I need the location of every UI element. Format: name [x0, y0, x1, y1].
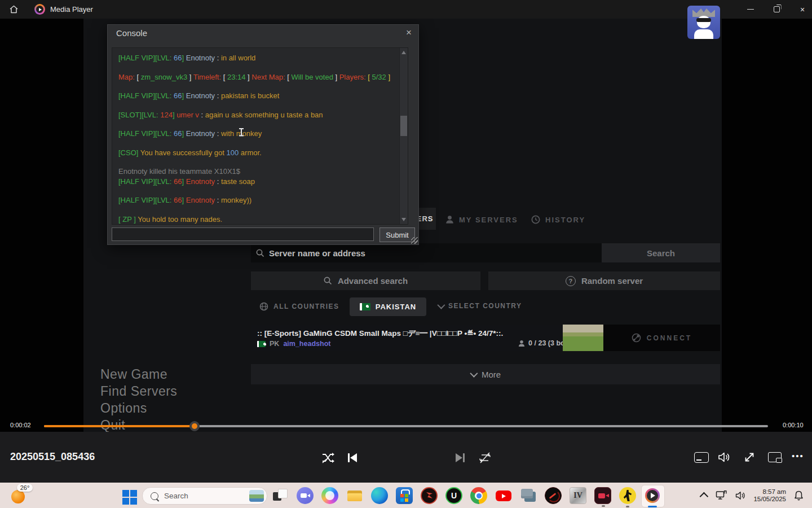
console-segment: [HALF VIP][LVL:	[118, 177, 174, 186]
clock[interactable]: 8:57 am 15/05/2025	[753, 488, 786, 503]
console-segment: :	[215, 91, 221, 100]
taskbar-icon-counter-strike[interactable]	[619, 487, 636, 504]
advanced-search-button[interactable]: Advanced search	[251, 271, 480, 290]
country-chip-pakistan[interactable]: PAKISTAN	[350, 297, 426, 316]
console-scrollbar[interactable]	[399, 48, 408, 224]
taskbar-icon-microsoft-store[interactable]	[396, 487, 413, 504]
console-segment: [CSO]	[118, 148, 140, 157]
close-button[interactable]: ×	[791, 0, 812, 19]
tray-overflow-chevron-icon[interactable]	[700, 492, 709, 501]
all-countries-filter[interactable]: ALL COUNTRIES	[259, 302, 339, 311]
next-track-button[interactable]	[453, 450, 467, 465]
iobit-uninstaller-glyph: U	[451, 491, 457, 500]
running-app-indicator	[602, 505, 605, 507]
console-segment: ]	[246, 73, 252, 81]
taskbar-icon-gta-iv[interactable]: IV	[570, 487, 586, 504]
restore-button[interactable]	[765, 0, 788, 19]
media-player-logo-icon	[34, 4, 45, 15]
console-segment: [SLOT][LVL:	[118, 111, 160, 119]
server-search-button[interactable]: Search	[602, 243, 720, 262]
server-name: :: [E-Sports] GaMinG CSDM Small Maps □デ≡…	[257, 329, 503, 339]
seek-bar-fill	[44, 425, 195, 427]
scroll-up-icon[interactable]	[401, 51, 406, 54]
person-icon	[518, 340, 525, 347]
fullscreen-button[interactable]	[743, 451, 756, 463]
taskbar-icon-iobit-uninstaller[interactable]: U	[445, 487, 462, 504]
taskbar-icon-copilot[interactable]	[321, 487, 338, 504]
taskbar-icon-youtube[interactable]	[495, 487, 512, 504]
console-segment: Players:	[339, 73, 368, 81]
console-segment: [HALF VIP][LVL:	[118, 196, 174, 204]
console-close-icon[interactable]: ×	[406, 27, 412, 38]
seek-bar[interactable]	[44, 425, 768, 427]
console-segment: 23:14	[227, 73, 246, 81]
cs-menu-item-new-game[interactable]: New Game	[100, 366, 177, 383]
console-segment: Enotnoty	[186, 91, 215, 100]
console-submit-button[interactable]: Submit	[379, 227, 415, 242]
console-input[interactable]	[112, 227, 374, 241]
media-filename: 20250515_085436	[10, 451, 95, 463]
network-icon[interactable]	[716, 490, 727, 501]
search-highlight-image[interactable]	[249, 490, 264, 502]
avatar-sunglasses	[696, 18, 711, 22]
console-line: [HALF VIP][LVL: 66] Enotnoty : in all wo…	[118, 53, 404, 63]
console-segment: armor.	[239, 148, 261, 157]
notifications-bell-icon[interactable]	[793, 490, 804, 501]
clock-icon	[531, 215, 540, 224]
tab-my-servers[interactable]: MY SERVERS	[445, 215, 518, 224]
console-segment: :	[215, 129, 221, 138]
tray-volume-icon[interactable]	[735, 490, 746, 501]
cs-menu-item-options[interactable]: Options	[100, 400, 177, 417]
server-search-field[interactable]: Server name or address	[251, 243, 602, 262]
resize-grip[interactable]	[411, 237, 418, 244]
minimize-button[interactable]	[739, 0, 762, 19]
previous-track-button[interactable]	[345, 450, 360, 465]
shuffle-off-button[interactable]	[320, 450, 336, 465]
taskbar-icon-task-view[interactable]	[272, 487, 289, 504]
server-row[interactable]: :: [E-Sports] GaMinG CSDM Small Maps □デ≡…	[251, 325, 720, 351]
cs-menu-item-find-servers[interactable]: Find Servers	[100, 383, 177, 400]
random-server-button[interactable]: ? Random server	[488, 271, 720, 290]
console-segment: ]	[386, 73, 390, 81]
console-line: [CSO] You have successfully got 100 armo…	[118, 148, 404, 157]
start-button[interactable]	[122, 490, 137, 505]
taskbar-icon-chat[interactable]	[297, 487, 314, 504]
avatar-body	[694, 29, 713, 39]
taskbar-search[interactable]: Search	[142, 487, 267, 505]
captions-button[interactable]	[694, 452, 709, 463]
console-segment: in all world	[221, 54, 255, 62]
taskbar-icon-edge[interactable]	[371, 487, 388, 504]
taskbar-icon-speed-test[interactable]	[545, 487, 562, 504]
tab-history[interactable]: HISTORY	[531, 215, 585, 224]
mini-player-button[interactable]	[768, 452, 782, 462]
tray-time: 8:57 am	[753, 488, 786, 496]
scrollbar-thumb[interactable]	[400, 116, 407, 136]
pakistan-flag-icon	[257, 341, 266, 347]
console-segment: Map:	[118, 73, 137, 81]
console-line: [ ZP ] You hold too many nades.	[118, 214, 404, 224]
weather-temperature: 26°	[17, 484, 33, 492]
taskbar-icon-chrome[interactable]	[470, 487, 487, 504]
taskbar-icon-file-explorer[interactable]	[346, 487, 363, 504]
taskbar-icon-media-player[interactable]	[644, 487, 661, 504]
profile-avatar[interactable]	[687, 6, 720, 39]
previous-icon-triangle	[350, 453, 357, 462]
console-segment: ]	[182, 91, 186, 100]
seek-handle[interactable]	[189, 421, 200, 431]
taskbar-icon-notes-tool[interactable]	[520, 487, 537, 504]
repeat-off-button[interactable]	[477, 450, 493, 465]
more-button[interactable]: More	[251, 364, 720, 384]
player-home-icon[interactable]	[9, 5, 19, 14]
select-country-dropdown[interactable]: SELECT COUNTRY	[438, 302, 522, 310]
weather-widget[interactable]	[11, 490, 25, 503]
scroll-down-icon[interactable]	[401, 218, 406, 221]
volume-button[interactable]	[717, 450, 731, 464]
search-icon	[324, 277, 332, 285]
taskbar-icon-screen-recorder[interactable]	[594, 487, 611, 504]
more-options-button[interactable]: •••	[792, 451, 804, 461]
server-map-name[interactable]: aim_headshot	[283, 340, 330, 348]
console-segment: ]	[182, 129, 186, 138]
taskbar-icon-game-red[interactable]	[421, 487, 438, 504]
console-segment: zm_snow_vk3	[141, 73, 187, 81]
connect-button[interactable]: CONNECT	[603, 325, 720, 351]
